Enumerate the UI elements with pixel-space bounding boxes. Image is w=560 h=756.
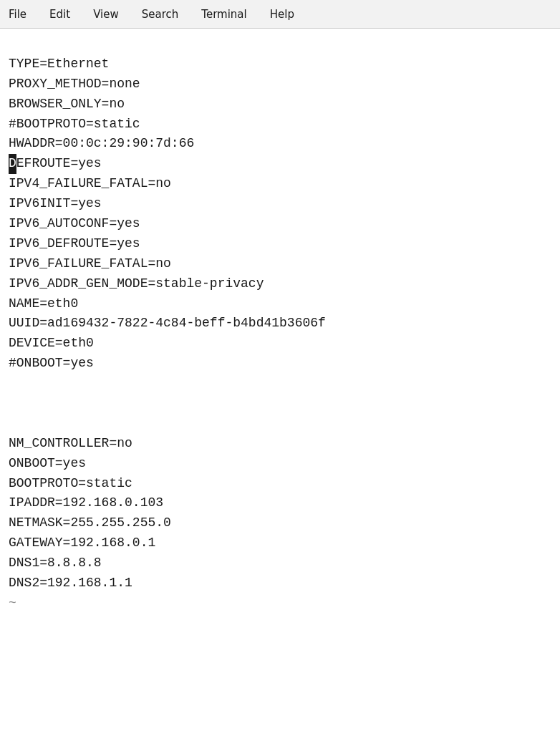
menu-search[interactable]: Search (139, 6, 182, 22)
editor-line: DNS2=192.168.1.1 (9, 573, 551, 593)
editor-line: GATEWAY=192.168.0.1 (9, 533, 551, 553)
editor-line (9, 394, 551, 414)
menu-terminal[interactable]: Terminal (198, 6, 249, 22)
editor-line: IPV6INIT=yes (9, 194, 551, 214)
editor-line: IPADDR=192.168.0.103 (9, 493, 551, 513)
editor-line: HWADDR=00:0c:29:90:7d:66 (9, 134, 551, 154)
editor-line: #ONBOOT=yes (9, 354, 551, 374)
editor-line: BOOTPROTO=static (9, 474, 551, 494)
editor-line: BROWSER_ONLY=no (9, 94, 551, 115)
editor-line: PROXY_METHOD=none (9, 74, 551, 94)
editor-line: TYPE=Ethernet (9, 54, 551, 74)
menu-view[interactable]: View (90, 6, 122, 22)
editor-line: ONBOOT=yes (9, 454, 551, 474)
editor-line: IPV6_DEFROUTE=yes (9, 234, 551, 254)
editor-line: UUID=ad169432-7822-4c84-beff-b4bd41b3606… (9, 314, 551, 334)
editor-line: IPV4_FAILURE_FATAL=no (9, 174, 551, 194)
editor-line: DEVICE=eth0 (9, 334, 551, 354)
editor-line (9, 414, 551, 434)
editor-line: IPV6_ADDR_GEN_MODE=stable-privacy (9, 274, 551, 294)
menu-edit[interactable]: Edit (47, 6, 73, 22)
menu-help[interactable]: Help (267, 6, 297, 22)
editor-line: IPV6_FAILURE_FATAL=no (9, 254, 551, 274)
menubar: File Edit View Search Terminal Help (0, 0, 560, 29)
editor-line: DEFROUTE=yes (9, 154, 551, 174)
editor-line: NAME=eth0 (9, 294, 551, 314)
editor-area[interactable]: TYPE=EthernetPROXY_METHOD=noneBROWSER_ON… (0, 29, 560, 756)
editor-line: NETMASK=255.255.255.0 (9, 513, 551, 533)
menu-file[interactable]: File (6, 6, 29, 22)
editor-line: IPV6_AUTOCONF=yes (9, 214, 551, 234)
editor-line (9, 374, 551, 394)
editor-line: DNS1=8.8.8.8 (9, 553, 551, 573)
editor-line: #BOOTPROTO=static (9, 115, 551, 135)
editor-line: NM_CONTROLLER=no (9, 434, 551, 454)
tilde-line: ~ (9, 593, 551, 614)
cursor: D (9, 154, 16, 174)
